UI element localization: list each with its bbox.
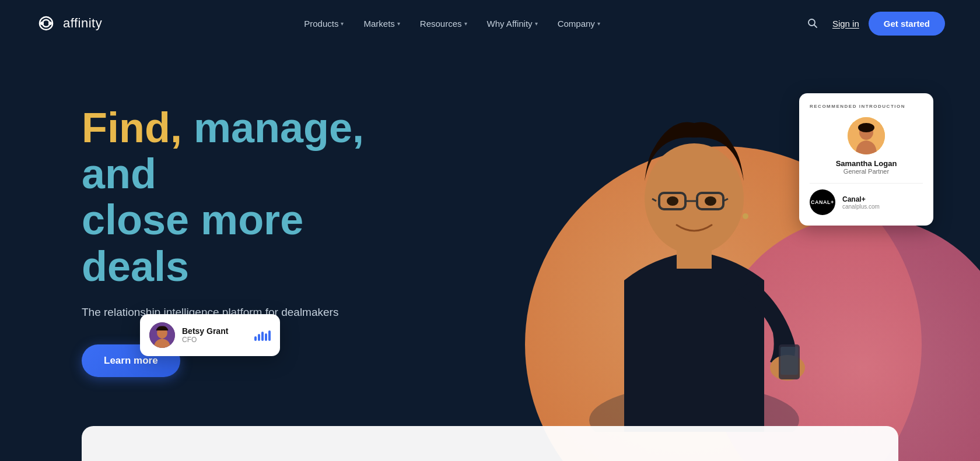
- chevron-down-icon: ▾: [341, 20, 344, 27]
- chevron-down-icon: ▾: [597, 20, 600, 27]
- avatar: [848, 117, 885, 154]
- chart-bar-2: [258, 334, 260, 341]
- svg-point-1: [48, 22, 52, 25]
- logo[interactable]: affinity: [35, 12, 102, 34]
- recommended-name: Samantha Logan: [836, 159, 897, 168]
- contact-card: Betsy Grant CFO: [140, 314, 280, 356]
- chart-bar-4: [265, 333, 267, 341]
- card-badge: RECOMMENDED INTRODUCTION: [810, 104, 923, 109]
- contact-avatar: [149, 322, 175, 348]
- contact-info: Betsy Grant CFO: [182, 326, 228, 344]
- hero-person-image: [548, 59, 840, 432]
- chart-bar-5: [268, 330, 271, 341]
- svg-point-16: [858, 123, 874, 132]
- search-button[interactable]: [802, 13, 823, 34]
- company-row: CANAL+ Canal+ canalplus.com: [810, 189, 923, 215]
- contact-name: Betsy Grant: [182, 326, 228, 336]
- chevron-down-icon: ▾: [464, 20, 467, 27]
- sign-in-button[interactable]: Sign in: [832, 19, 859, 29]
- samantha-avatar: [848, 117, 885, 154]
- betsy-avatar: [149, 322, 175, 348]
- search-icon: [807, 17, 818, 29]
- nav-item-products[interactable]: Products ▾: [296, 14, 352, 33]
- bottom-bar: [82, 426, 898, 461]
- chart-bar-1: [254, 336, 257, 341]
- recommended-title: General Partner: [844, 168, 889, 175]
- company-name: Canal+: [842, 195, 880, 203]
- recommended-intro-card: RECOMMENDED INTRODUCTION Samantha Logan …: [799, 93, 933, 226]
- card-divider: [810, 183, 923, 184]
- chevron-down-icon: ▾: [397, 20, 400, 27]
- main-nav: affinity Products ▾ Markets ▾ Resources …: [0, 0, 980, 47]
- nav-item-why-affinity[interactable]: Why Affinity ▾: [479, 14, 546, 33]
- nav-right: Sign in Get started: [802, 12, 945, 36]
- svg-rect-5: [677, 245, 712, 269]
- nav-item-markets[interactable]: Markets ▾: [355, 14, 408, 33]
- affinity-logo-icon: [35, 12, 57, 34]
- logo-wordmark: affinity: [63, 16, 102, 31]
- nav-item-resources[interactable]: Resources ▾: [412, 14, 475, 33]
- chevron-down-icon: ▾: [535, 20, 538, 27]
- contact-role: CFO: [182, 336, 228, 344]
- svg-rect-12: [780, 347, 798, 375]
- recommended-person: Samantha Logan General Partner: [810, 117, 923, 175]
- svg-point-9: [705, 196, 716, 206]
- svg-point-13: [743, 213, 748, 219]
- svg-point-0: [40, 22, 44, 25]
- chart-bar-3: [261, 332, 264, 341]
- canal-logo: CANAL+: [810, 189, 835, 215]
- svg-point-2: [808, 19, 815, 26]
- nav-item-company[interactable]: Company ▾: [550, 14, 608, 33]
- activity-chart: [254, 329, 271, 341]
- svg-point-8: [667, 196, 678, 206]
- hero-section: Find, manage, and close more deals The r…: [0, 47, 980, 461]
- get-started-button[interactable]: Get started: [869, 12, 945, 36]
- hero-headline: Find, manage, and close more deals: [82, 105, 408, 290]
- company-url: canalplus.com: [842, 203, 880, 210]
- nav-links: Products ▾ Markets ▾ Resources ▾ Why Aff…: [296, 14, 608, 33]
